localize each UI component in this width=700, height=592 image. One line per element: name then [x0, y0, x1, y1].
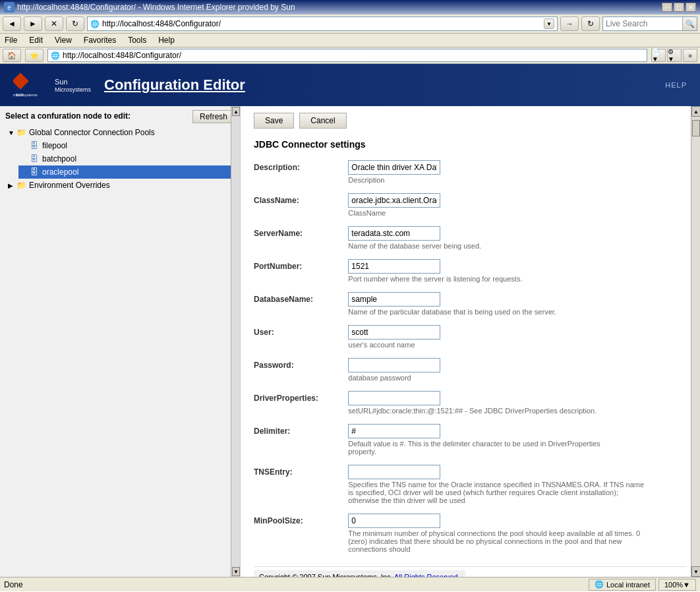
input-minpoolsize[interactable] [348, 514, 440, 528]
refresh-nav-button2[interactable]: ↻ [581, 16, 600, 31]
sidebar-scrollbar[interactable]: ▲ ▼ [231, 106, 240, 577]
field-driverproperties: setURL#jdbc:oracle:thin:@:1521:## - See … [348, 391, 597, 415]
app-title: Configuration Editor [104, 76, 245, 94]
menu-tools[interactable]: Tools [126, 35, 148, 45]
field-tnsentry: Specifies the TNS name for the Oracle in… [348, 465, 645, 504]
content-area: Save Cancel JDBC Connector settings Desc… [241, 106, 700, 577]
content-scrollbar[interactable]: ▲ ▼ [691, 106, 700, 577]
input-user[interactable] [348, 325, 440, 340]
form-row-databasename: DatabaseName: Name of the particular dat… [254, 292, 687, 316]
home-button[interactable]: 🏠 [3, 49, 21, 62]
stop-button[interactable]: ✕ [45, 16, 63, 31]
hint-minpoolsize: The minimum number of physical connectio… [348, 529, 645, 553]
zoom-indicator[interactable]: 100% ▼ [658, 579, 696, 591]
bookmarks-address-display: 🌐 http://localhost:4848/Configurator/ [47, 49, 647, 62]
maximize-button[interactable]: □ [674, 3, 684, 12]
refresh-button[interactable]: Refresh [192, 110, 235, 123]
tree-item-root[interactable]: ▼ 📁 Global Connector Connection Pools [5, 126, 235, 139]
field-user: user's account name [348, 325, 440, 349]
main-area: Select a confuration node to edit: Refre… [0, 106, 700, 577]
tree-toggle-root: ▼ [8, 129, 16, 136]
input-description[interactable] [348, 160, 440, 175]
tree-item-filepool[interactable]: 🗄 filepool [18, 139, 235, 152]
save-button[interactable]: Save [254, 113, 294, 129]
label-user: User: [254, 325, 346, 337]
scroll-thumb[interactable] [692, 120, 700, 136]
field-portnumber: Port number where the server is listenin… [348, 259, 522, 283]
forward-button[interactable]: ► [24, 16, 42, 31]
search-go-button[interactable]: 🔍 [682, 17, 697, 30]
tree-item-oraclepool[interactable]: 🗄 oraclepool [18, 165, 235, 179]
content-panel: Save Cancel JDBC Connector settings Desc… [241, 106, 700, 577]
favorites-star-button[interactable]: ⭐ [25, 49, 44, 62]
input-databasename[interactable] [348, 292, 440, 307]
browser-icon: e [4, 2, 15, 13]
sidebar-scroll-down[interactable]: ▼ [232, 567, 240, 576]
address-input[interactable] [102, 19, 544, 28]
back-button[interactable]: ◄ [3, 16, 21, 31]
zoom-dropdown-icon: ▼ [683, 581, 690, 589]
input-tnsentry[interactable] [348, 465, 440, 479]
form-row-user: User: user's account name [254, 325, 687, 349]
address-dropdown-button[interactable]: ▼ [544, 18, 554, 29]
page-content: sun microsystems Sun Microsystems Config… [0, 64, 700, 577]
search-area: 🔍 [602, 16, 697, 31]
folder-icon-env: 📁 [16, 180, 26, 191]
tree-item-batchpool[interactable]: 🗄 batchpool [18, 152, 235, 165]
zone-indicator: 🌐 Local intranet [589, 579, 656, 591]
label-tnsentry: TNSEntry: [254, 465, 346, 477]
cancel-button[interactable]: Cancel [299, 113, 346, 129]
scroll-track [691, 117, 700, 566]
input-servername[interactable] [348, 226, 440, 241]
zone-icon: 🌐 [595, 580, 604, 589]
go-button[interactable]: → [560, 16, 579, 31]
window-controls[interactable]: ─ □ ✕ [662, 3, 696, 12]
refresh-nav-button[interactable]: ↻ [66, 16, 84, 31]
help-link[interactable]: HELP [665, 81, 687, 89]
menu-view[interactable]: View [53, 35, 74, 45]
input-driverproperties[interactable] [348, 391, 440, 405]
tree-label-oraclepool: oraclepool [42, 167, 78, 177]
content-actions: Save Cancel [254, 113, 687, 129]
sidebar-scroll-up[interactable]: ▲ [232, 107, 240, 116]
input-delimiter[interactable] [348, 424, 440, 438]
scroll-up-button[interactable]: ▲ [691, 106, 700, 117]
label-portnumber: PortNumber: [254, 259, 346, 271]
menu-file[interactable]: File [3, 35, 19, 45]
input-portnumber[interactable] [348, 259, 440, 274]
rights-link[interactable]: All Rights Reserved. [394, 573, 460, 577]
menu-edit[interactable]: Edit [27, 35, 45, 45]
search-input[interactable] [603, 17, 682, 30]
menu-help[interactable]: Help [156, 35, 177, 45]
form-row-tnsentry: TNSEntry: Specifies the TNS name for the… [254, 465, 687, 504]
label-driverproperties: DriverProperties: [254, 391, 346, 403]
field-classname: ClassName [348, 193, 440, 217]
close-button[interactable]: ✕ [685, 3, 696, 12]
menu-favorites[interactable]: Favorites [82, 35, 118, 45]
logo-line1: Sun [55, 77, 91, 86]
tree-label-batchpool: batchpool [42, 154, 76, 163]
form-table: Description: Description ClassName: Clas… [254, 160, 687, 553]
tools-button[interactable]: ⚙ ▼ [667, 49, 682, 62]
tree-item-env[interactable]: ▶ 📁 Environment Overrides [5, 179, 235, 192]
page-button[interactable]: 📄 ▼ [651, 49, 666, 62]
globe-icon: 🌐 [51, 51, 60, 60]
scroll-down-button[interactable]: ▼ [691, 566, 700, 577]
label-minpoolsize: MinPoolSize: [254, 514, 346, 525]
input-classname[interactable] [348, 193, 440, 208]
logo-text: Sun Microsystems [55, 77, 91, 93]
input-password[interactable] [348, 358, 440, 372]
minimize-button[interactable]: ─ [662, 3, 672, 12]
hint-databasename: Name of the particular database that is … [348, 308, 556, 316]
field-servername: Name of the database server being used. [348, 226, 481, 250]
tree-label-env: Environment Overrides [29, 181, 110, 190]
address-icon: 🌐 [90, 20, 100, 28]
section-title: JDBC Connector settings [254, 139, 687, 150]
title-bar-left: e http://localhost:4848/Configurator/ - … [4, 2, 295, 13]
logo-area: sun microsystems Sun Microsystems [13, 72, 91, 98]
app-header: sun microsystems Sun Microsystems Config… [0, 64, 700, 106]
file-icon-batchpool: 🗄 [29, 154, 40, 164]
more-button[interactable]: » [683, 49, 697, 62]
status-text: Done [4, 580, 583, 589]
hint-portnumber: Port number where the server is listenin… [348, 275, 522, 283]
